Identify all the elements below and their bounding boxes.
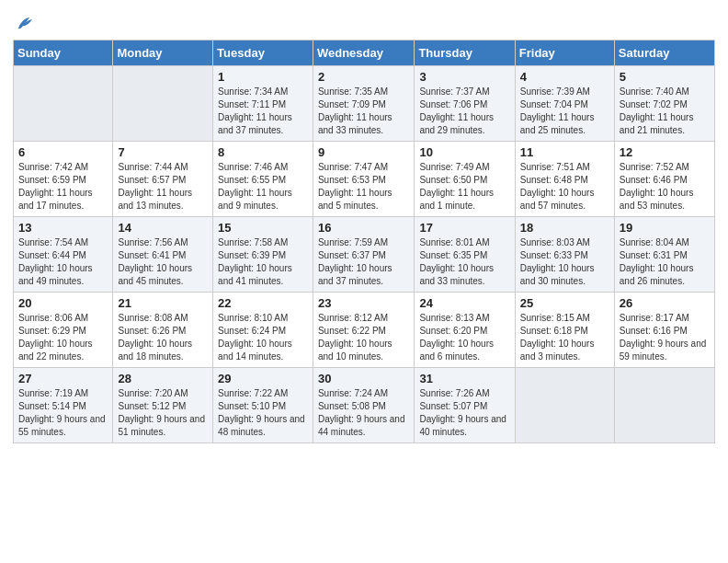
day-number: 20 [18, 296, 108, 310]
logo-bird-icon [15, 14, 35, 34]
day-number: 2 [318, 70, 409, 84]
calendar-week-row: 13Sunrise: 7:54 AMSunset: 6:44 PMDayligh… [14, 216, 715, 292]
day-info: Sunrise: 8:10 AMSunset: 6:24 PMDaylight:… [218, 312, 308, 363]
day-info: Sunrise: 7:40 AMSunset: 7:02 PMDaylight:… [620, 86, 710, 137]
day-number: 29 [218, 372, 308, 385]
day-info: Sunrise: 8:13 AMSunset: 6:20 PMDaylight:… [419, 312, 509, 363]
day-header-friday: Friday [515, 40, 614, 65]
day-info: Sunrise: 7:39 AMSunset: 7:04 PMDaylight:… [520, 86, 609, 137]
day-info: Sunrise: 8:17 AMSunset: 6:16 PMDaylight:… [620, 312, 710, 363]
day-number: 3 [419, 70, 509, 84]
calendar-cell: 20Sunrise: 8:06 AMSunset: 6:29 PMDayligh… [14, 292, 113, 367]
day-number: 27 [18, 372, 108, 385]
day-info: Sunrise: 7:24 AMSunset: 5:08 PMDaylight:… [318, 387, 409, 439]
day-info: Sunrise: 7:34 AMSunset: 7:11 PMDaylight:… [218, 86, 308, 137]
calendar-cell: 25Sunrise: 8:15 AMSunset: 6:18 PMDayligh… [515, 292, 614, 367]
header [13, 9, 715, 34]
day-number: 1 [218, 70, 308, 84]
day-info: Sunrise: 7:56 AMSunset: 6:41 PMDaylight:… [118, 236, 208, 288]
calendar-cell: 26Sunrise: 8:17 AMSunset: 6:16 PMDayligh… [614, 292, 714, 367]
calendar-cell: 17Sunrise: 8:01 AMSunset: 6:35 PMDayligh… [415, 216, 515, 292]
day-number: 18 [520, 221, 609, 235]
day-number: 14 [118, 221, 208, 235]
day-info: Sunrise: 7:35 AMSunset: 7:09 PMDaylight:… [318, 86, 409, 137]
day-info: Sunrise: 7:59 AMSunset: 6:37 PMDaylight:… [318, 236, 409, 288]
day-info: Sunrise: 7:42 AMSunset: 6:59 PMDaylight:… [18, 161, 108, 213]
calendar-cell: 21Sunrise: 8:08 AMSunset: 6:26 PMDayligh… [113, 292, 213, 367]
calendar-cell: 27Sunrise: 7:19 AMSunset: 5:14 PMDayligh… [14, 367, 113, 442]
day-number: 31 [419, 372, 509, 385]
day-info: Sunrise: 7:52 AMSunset: 6:46 PMDaylight:… [620, 161, 710, 213]
day-header-thursday: Thursday [415, 40, 515, 65]
calendar-cell: 7Sunrise: 7:44 AMSunset: 6:57 PMDaylight… [113, 141, 213, 216]
day-number: 5 [620, 70, 710, 84]
day-info: Sunrise: 8:04 AMSunset: 6:31 PMDaylight:… [620, 236, 710, 288]
day-info: Sunrise: 7:19 AMSunset: 5:14 PMDaylight:… [18, 387, 108, 439]
day-info: Sunrise: 7:37 AMSunset: 7:06 PMDaylight:… [419, 86, 509, 137]
day-number: 26 [620, 296, 710, 310]
calendar-cell: 24Sunrise: 8:13 AMSunset: 6:20 PMDayligh… [415, 292, 515, 367]
day-info: Sunrise: 8:03 AMSunset: 6:33 PMDaylight:… [520, 236, 609, 288]
day-number: 28 [118, 372, 208, 385]
day-info: Sunrise: 7:22 AMSunset: 5:10 PMDaylight:… [218, 387, 308, 439]
calendar-cell: 5Sunrise: 7:40 AMSunset: 7:02 PMDaylight… [614, 65, 714, 141]
day-header-monday: Monday [113, 40, 213, 65]
day-header-tuesday: Tuesday [213, 40, 313, 65]
calendar-cell: 8Sunrise: 7:46 AMSunset: 6:55 PMDaylight… [213, 141, 313, 216]
calendar-cell: 4Sunrise: 7:39 AMSunset: 7:04 PMDaylight… [515, 65, 614, 141]
day-number: 17 [419, 221, 509, 235]
calendar-cell: 11Sunrise: 7:51 AMSunset: 6:48 PMDayligh… [515, 141, 614, 216]
day-info: Sunrise: 8:15 AMSunset: 6:18 PMDaylight:… [520, 312, 609, 363]
calendar-cell [614, 367, 714, 442]
calendar-cell: 2Sunrise: 7:35 AMSunset: 7:09 PMDaylight… [313, 65, 414, 141]
page: SundayMondayTuesdayWednesdayThursdayFrid… [0, 0, 728, 563]
calendar-cell: 29Sunrise: 7:22 AMSunset: 5:10 PMDayligh… [213, 367, 313, 442]
calendar-table: SundayMondayTuesdayWednesdayThursdayFrid… [13, 40, 715, 443]
calendar-cell: 31Sunrise: 7:26 AMSunset: 5:07 PMDayligh… [415, 367, 515, 442]
day-number: 24 [419, 296, 509, 310]
calendar-cell: 16Sunrise: 7:59 AMSunset: 6:37 PMDayligh… [313, 216, 414, 292]
day-info: Sunrise: 8:12 AMSunset: 6:22 PMDaylight:… [318, 312, 409, 363]
calendar-cell: 1Sunrise: 7:34 AMSunset: 7:11 PMDaylight… [213, 65, 313, 141]
calendar-cell: 6Sunrise: 7:42 AMSunset: 6:59 PMDaylight… [14, 141, 113, 216]
day-number: 16 [318, 221, 409, 235]
day-info: Sunrise: 7:54 AMSunset: 6:44 PMDaylight:… [18, 236, 108, 288]
calendar-header-row: SundayMondayTuesdayWednesdayThursdayFrid… [14, 40, 715, 65]
calendar-cell: 12Sunrise: 7:52 AMSunset: 6:46 PMDayligh… [614, 141, 714, 216]
day-number: 22 [218, 296, 308, 310]
calendar-cell [113, 65, 213, 141]
day-number: 10 [419, 145, 509, 159]
calendar-week-row: 27Sunrise: 7:19 AMSunset: 5:14 PMDayligh… [14, 367, 715, 442]
day-info: Sunrise: 7:51 AMSunset: 6:48 PMDaylight:… [520, 161, 609, 213]
logo [13, 13, 35, 34]
day-info: Sunrise: 7:20 AMSunset: 5:12 PMDaylight:… [118, 387, 208, 439]
day-info: Sunrise: 7:58 AMSunset: 6:39 PMDaylight:… [218, 236, 308, 288]
day-number: 9 [318, 145, 409, 159]
day-info: Sunrise: 7:49 AMSunset: 6:50 PMDaylight:… [419, 161, 509, 213]
day-info: Sunrise: 7:26 AMSunset: 5:07 PMDaylight:… [419, 387, 509, 439]
day-number: 23 [318, 296, 409, 310]
calendar-cell: 19Sunrise: 8:04 AMSunset: 6:31 PMDayligh… [614, 216, 714, 292]
day-number: 8 [218, 145, 308, 159]
calendar-cell: 30Sunrise: 7:24 AMSunset: 5:08 PMDayligh… [313, 367, 414, 442]
calendar-cell: 3Sunrise: 7:37 AMSunset: 7:06 PMDaylight… [415, 65, 515, 141]
calendar-cell: 14Sunrise: 7:56 AMSunset: 6:41 PMDayligh… [113, 216, 213, 292]
calendar-cell: 15Sunrise: 7:58 AMSunset: 6:39 PMDayligh… [213, 216, 313, 292]
day-info: Sunrise: 7:47 AMSunset: 6:53 PMDaylight:… [318, 161, 409, 213]
day-header-sunday: Sunday [14, 40, 113, 65]
day-number: 13 [18, 221, 108, 235]
calendar-cell [14, 65, 113, 141]
calendar-cell: 23Sunrise: 8:12 AMSunset: 6:22 PMDayligh… [313, 292, 414, 367]
calendar-week-row: 6Sunrise: 7:42 AMSunset: 6:59 PMDaylight… [14, 141, 715, 216]
day-info: Sunrise: 7:46 AMSunset: 6:55 PMDaylight:… [218, 161, 308, 213]
day-number: 15 [218, 221, 308, 235]
day-info: Sunrise: 8:01 AMSunset: 6:35 PMDaylight:… [419, 236, 509, 288]
calendar-cell: 18Sunrise: 8:03 AMSunset: 6:33 PMDayligh… [515, 216, 614, 292]
day-info: Sunrise: 8:06 AMSunset: 6:29 PMDaylight:… [18, 312, 108, 363]
day-info: Sunrise: 8:08 AMSunset: 6:26 PMDaylight:… [118, 312, 208, 363]
calendar-cell: 22Sunrise: 8:10 AMSunset: 6:24 PMDayligh… [213, 292, 313, 367]
calendar-cell: 10Sunrise: 7:49 AMSunset: 6:50 PMDayligh… [415, 141, 515, 216]
day-number: 25 [520, 296, 609, 310]
calendar-cell [515, 367, 614, 442]
calendar-cell: 28Sunrise: 7:20 AMSunset: 5:12 PMDayligh… [113, 367, 213, 442]
